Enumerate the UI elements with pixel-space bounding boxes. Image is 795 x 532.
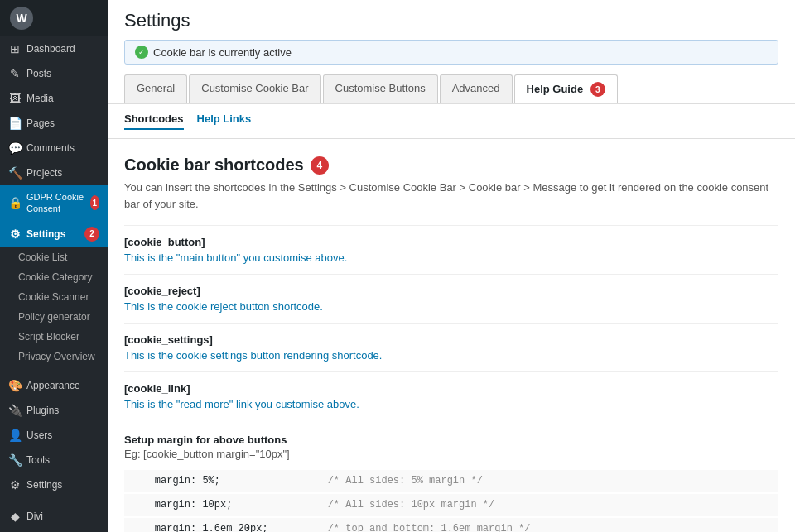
shortcode-name: [cookie_reject]: [124, 285, 778, 297]
sidebar-item-label: Settings: [26, 228, 65, 240]
status-bar: ✓ Cookie bar is currently active: [124, 40, 778, 65]
sidebar-sub-script-blocker[interactable]: Script Blocker: [0, 327, 108, 347]
wp-logo-icon: W: [10, 7, 33, 30]
tab-customise-buttons[interactable]: Customise Buttons: [323, 74, 438, 103]
sidebar-item-label: Users: [26, 429, 52, 441]
section-description: You can insert the shortcodes in the Set…: [124, 180, 778, 212]
section-badge: 4: [311, 156, 329, 175]
settings-icon: ⚙: [8, 228, 22, 241]
sidebar: W ⊞ Dashboard ✎ Posts 🖼 Media 📄 Pages 💬 …: [0, 0, 108, 532]
tabs-row: General Customise Cookie Bar Customise B…: [124, 74, 778, 103]
shortcode-desc: This is the "read more" link you customi…: [124, 398, 778, 410]
sidebar-item-settings-main[interactable]: ⚙ Settings: [0, 472, 108, 497]
sidebar-sub-policy-generator[interactable]: Policy generator: [0, 307, 108, 327]
tab-help-guide[interactable]: Help Guide 3: [514, 74, 618, 103]
sidebar-item-comments[interactable]: 💬 Comments: [0, 136, 108, 161]
sidebar-sub-label: Cookie Category: [18, 271, 92, 283]
shortcode-cookie-settings: [cookie_settings] This is the cookie set…: [124, 323, 778, 371]
shortcode-name: [cookie_link]: [124, 382, 778, 395]
sidebar-sub-label: Cookie List: [18, 252, 67, 263]
settings-badge: 2: [84, 227, 99, 242]
sub-tab-shortcodes[interactable]: Shortcodes: [124, 113, 184, 130]
tab-customise-cookie-bar[interactable]: Customise Cookie Bar: [189, 74, 320, 103]
tools-icon: 🔧: [8, 453, 22, 467]
sidebar-item-gdpr[interactable]: 🔒 GDPR Cookie Consent 1: [0, 185, 108, 221]
sidebar-item-posts[interactable]: ✎ Posts: [0, 61, 108, 86]
projects-icon: 🔨: [8, 166, 22, 180]
setup-title: Setup margin for above buttons: [124, 434, 778, 446]
gdpr-icon: 🔒: [8, 196, 22, 209]
shortcode-desc: This is the cookie settings button rende…: [124, 349, 778, 362]
sidebar-item-label: Tools: [26, 454, 50, 466]
sub-tab-help-links[interactable]: Help Links: [197, 113, 252, 130]
sidebar-item-settings[interactable]: ⚙ Settings 2: [0, 221, 108, 247]
sidebar-item-media[interactable]: 🖼 Media: [0, 86, 108, 111]
shortcode-desc: This is the "main button" you customise …: [124, 252, 778, 264]
sidebar-sub-privacy-overview[interactable]: Privacy Overview: [0, 347, 108, 367]
setup-eg: Eg: [cookie_button margin="10px"]: [124, 448, 778, 460]
sidebar-sub-cookie-list[interactable]: Cookie List: [0, 247, 108, 267]
sidebar-item-label: Projects: [26, 167, 62, 179]
sidebar-sub-label: Script Blocker: [18, 331, 80, 343]
sub-tabs: Shortcodes Help Links: [108, 104, 795, 139]
sidebar-sub-cookie-scanner[interactable]: Cookie Scanner: [0, 287, 108, 307]
sidebar-item-label: Pages: [26, 117, 55, 129]
shortcode-cookie-button: [cookie_button] This is the "main button…: [124, 225, 778, 274]
sidebar-logo: W: [0, 0, 108, 36]
help-guide-badge: 3: [590, 82, 605, 97]
shortcode-name: [cookie_settings]: [124, 333, 778, 346]
sidebar-sub-label: Policy generator: [18, 311, 90, 323]
content-body: Cookie bar shortcodes 4 You can insert t…: [108, 139, 795, 532]
dashboard-icon: ⊞: [8, 42, 22, 55]
shortcode-cookie-link: [cookie_link] This is the "read more" li…: [124, 371, 778, 420]
code-line-1: margin: 5%; /* All sides: 5% margin */: [124, 470, 778, 492]
comments-icon: 💬: [8, 141, 22, 155]
sidebar-sub-label: Cookie Scanner: [18, 291, 89, 303]
sidebar-sub-cookie-category[interactable]: Cookie Category: [0, 267, 108, 287]
sidebar-item-label: Divi: [26, 510, 43, 522]
tab-general[interactable]: General: [124, 74, 187, 103]
sidebar-item-appearance[interactable]: 🎨 Appearance: [0, 373, 108, 398]
pages-icon: 📄: [8, 117, 22, 130]
section-title: Cookie bar shortcodes 4: [124, 156, 778, 175]
gdpr-badge: 1: [90, 195, 99, 210]
sidebar-item-label: Media: [26, 93, 54, 104]
plugins-icon: 🔌: [8, 404, 22, 417]
sidebar-item-divi[interactable]: ◆ Divi: [0, 504, 108, 529]
media-icon: 🖼: [8, 92, 22, 105]
sidebar-item-label: Comments: [26, 142, 75, 154]
sidebar-item-pages[interactable]: 📄 Pages: [0, 111, 108, 136]
posts-icon: ✎: [8, 67, 22, 80]
status-text: Cookie bar is currently active: [153, 46, 292, 59]
sidebar-item-label: Appearance: [26, 380, 80, 391]
divi-icon: ◆: [8, 510, 22, 523]
shortcode-desc: This is the cookie reject button shortco…: [124, 300, 778, 313]
sidebar-item-label: Dashboard: [26, 43, 75, 55]
main-content: Settings ✓ Cookie bar is currently activ…: [108, 0, 795, 532]
content-area: Shortcodes Help Links Cookie bar shortco…: [108, 104, 795, 532]
sidebar-item-label: Posts: [26, 68, 51, 79]
sidebar-item-label: GDPR Cookie Consent: [26, 191, 85, 215]
sidebar-item-dashboard[interactable]: ⊞ Dashboard: [0, 36, 108, 61]
code-line-2: margin: 10px; /* All sides: 10px margin …: [124, 494, 778, 516]
shortcode-cookie-reject: [cookie_reject] This is the cookie rejec…: [124, 274, 778, 323]
appearance-icon: 🎨: [8, 379, 22, 392]
sidebar-item-label: Settings: [26, 479, 62, 491]
collapse-menu-button[interactable]: ◀ Collapse menu: [0, 529, 108, 532]
page-title: Settings: [124, 10, 778, 31]
tab-advanced[interactable]: Advanced: [440, 74, 513, 103]
sidebar-sub-label: Privacy Overview: [18, 351, 95, 362]
sidebar-item-projects[interactable]: 🔨 Projects: [0, 161, 108, 185]
sidebar-item-tools[interactable]: 🔧 Tools: [0, 448, 108, 472]
sidebar-item-users[interactable]: 👤 Users: [0, 423, 108, 448]
main-header: Settings ✓ Cookie bar is currently activ…: [108, 0, 795, 104]
shortcode-name: [cookie_button]: [124, 236, 778, 248]
code-line-3: margin: 1.6em 20px; /* top and bottom: 1…: [124, 518, 778, 532]
sidebar-item-label: Plugins: [26, 405, 59, 416]
sidebar-item-plugins[interactable]: 🔌 Plugins: [0, 398, 108, 423]
settings-main-icon: ⚙: [8, 478, 22, 491]
setup-section: Setup margin for above buttons Eg: [cook…: [124, 434, 778, 532]
users-icon: 👤: [8, 429, 22, 442]
status-active-icon: ✓: [135, 46, 148, 59]
